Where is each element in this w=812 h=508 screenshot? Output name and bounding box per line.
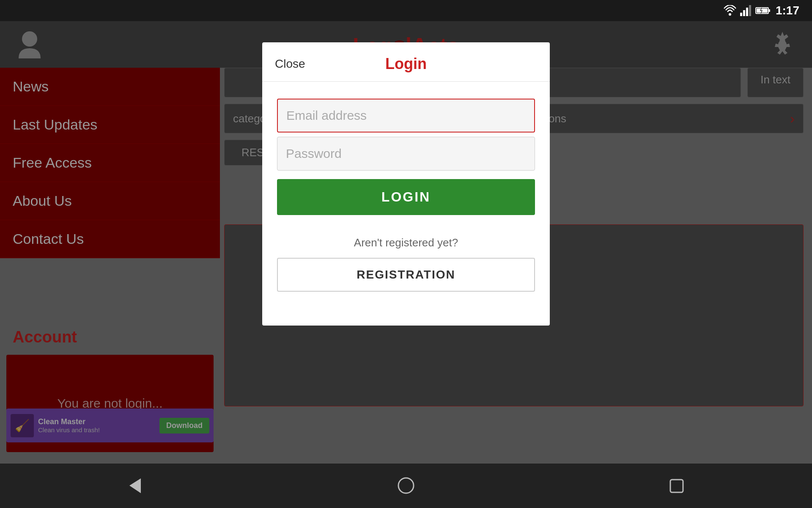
modal-title: Login [385,55,427,73]
register-button[interactable]: REGISTRATION [277,258,535,292]
svg-marker-10 [129,478,141,493]
wifi-icon [723,5,737,16]
bottom-nav [0,464,812,508]
email-input[interactable] [277,99,535,133]
signal-icon [740,5,752,16]
svg-rect-2 [743,10,745,16]
register-prompt: Aren't registered yet? [277,236,535,249]
status-bar: 1:17 [0,0,812,21]
modal-close-button[interactable]: Close [275,57,305,71]
svg-rect-12 [670,480,683,492]
home-button[interactable] [389,469,423,503]
svg-rect-4 [749,5,751,16]
battery-icon [755,6,771,15]
modal-header: Close Login [262,42,550,82]
status-time: 1:17 [776,4,799,17]
svg-rect-3 [746,8,748,16]
password-input[interactable] [277,137,535,171]
svg-rect-6 [768,9,770,12]
back-button[interactable] [118,469,152,503]
svg-rect-1 [740,13,742,16]
register-section: Aren't registered yet? REGISTRATION [277,236,535,292]
svg-point-0 [729,13,731,16]
recent-apps-button[interactable] [660,469,694,503]
status-icons [723,5,771,16]
modal-body: LOGIN Aren't registered yet? REGISTRATIO… [262,82,550,304]
svg-point-11 [398,478,414,493]
login-button[interactable]: LOGIN [277,179,535,215]
login-modal: Close Login LOGIN Aren't registered yet?… [262,42,550,326]
